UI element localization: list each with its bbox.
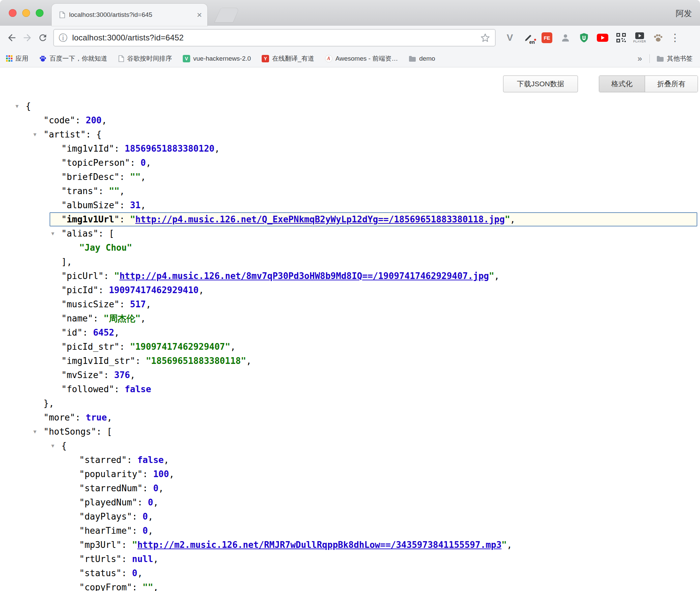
json-key: code [49, 115, 70, 125]
bookmark-baidu[interactable]: 百度一下，你就知道 [39, 54, 107, 63]
json-value: false [137, 455, 164, 465]
vue-icon: V [183, 55, 190, 62]
json-line: }, [0, 396, 700, 410]
json-value: "周杰伦" [104, 313, 140, 323]
profile-name[interactable]: 阿发 [676, 8, 692, 19]
json-value: 200 [86, 115, 101, 125]
tab-title: localhost:3000/artists?id=645 [69, 11, 194, 19]
json-line: "img1v1Url": "http://p4.music.126.net/Q_… [50, 212, 697, 226]
browser-menu-icon[interactable]: ⋮ [670, 33, 680, 43]
json-line: "code": 200, [0, 113, 700, 127]
json-key: picId_str [67, 342, 114, 352]
format-button[interactable]: 格式化 [599, 76, 645, 92]
json-line: "name": "周杰伦", [0, 311, 700, 325]
bookmarks-overflow-chevron[interactable]: » [638, 54, 642, 63]
tab-close-icon[interactable]: × [197, 10, 202, 19]
bookmark-folder-demo[interactable]: demo [409, 55, 435, 62]
json-key: trans [67, 186, 93, 196]
paw-extension-icon[interactable] [652, 29, 665, 46]
vimium-extension-icon[interactable]: V [503, 29, 516, 46]
json-key: name [67, 313, 88, 323]
json-line: "more": true, [0, 410, 700, 425]
json-value: 517 [130, 299, 146, 309]
collapse-toggle-icon[interactable]: ▼ [16, 99, 19, 113]
json-line: "picUrl": "http://p4.music.126.net/8mv7q… [0, 269, 700, 283]
shield-icon [579, 33, 589, 43]
json-value: 0 [143, 526, 148, 536]
translate-extension-icon[interactable]: en [522, 29, 535, 46]
json-value: 0 [148, 497, 153, 507]
json-key: img1v1Id [67, 144, 109, 154]
baidu-paw-icon [39, 55, 47, 62]
json-value: 6452 [93, 328, 114, 338]
player-extension-icon[interactable]: PLAYER [633, 29, 646, 46]
contacts-extension-icon[interactable] [559, 29, 572, 46]
close-window-button[interactable] [9, 9, 17, 17]
collapse-toggle-icon[interactable]: ▼ [33, 127, 36, 142]
extension-icons: V en FE PLAYER [498, 29, 680, 46]
json-value: 0 [141, 158, 146, 168]
json-key: picId [67, 285, 93, 295]
back-button[interactable] [4, 30, 20, 45]
json-line: "topicPerson": 0, [0, 156, 700, 170]
json-line: ▼{ [0, 439, 700, 453]
other-bookmarks-folder[interactable]: 其他书签 [657, 54, 693, 63]
json-value: 100 [153, 469, 169, 479]
json-value: null [132, 554, 153, 564]
json-line: ], [0, 255, 700, 269]
shield-extension-icon[interactable] [578, 29, 590, 46]
bookmark-vue-hackernews[interactable]: V vue-hackernews-2.0 [183, 55, 251, 62]
json-line: "hearTime": 0, [0, 524, 700, 538]
json-key: img1v1Url [67, 214, 114, 224]
json-key: starred [85, 455, 122, 465]
bookmark-google-sort[interactable]: 谷歌按时间排序 [118, 54, 172, 63]
fullscreen-window-button[interactable] [36, 9, 43, 17]
page-info-icon[interactable]: ⓘ [59, 33, 67, 42]
address-bar[interactable]: ⓘ localhost:3000/artists?id=6452 [53, 29, 496, 46]
download-json-button[interactable]: 下载JSON数据 [503, 75, 578, 92]
json-url-link[interactable]: http://p4.music.126.net/Q_ExePNkmqB2yWyL… [135, 214, 505, 224]
json-key: copyFrom [85, 582, 127, 591]
json-line: "trans": "", [0, 184, 700, 198]
json-line: "musicSize": 517, [0, 297, 700, 311]
youtube-extension-icon[interactable] [596, 29, 609, 46]
forward-button[interactable] [20, 30, 35, 45]
json-value: "" [143, 582, 153, 591]
json-line: "albumSize": 31, [0, 198, 700, 212]
collapse-toggle-icon[interactable]: ▼ [33, 425, 36, 439]
qrcode-icon [616, 33, 626, 43]
minimize-window-button[interactable] [22, 9, 30, 17]
json-key: starredNum [85, 483, 138, 493]
apps-grid-icon [6, 55, 12, 62]
fe-extension-icon[interactable]: FE [541, 29, 553, 46]
bookmark-awesomes[interactable]: A Awesomes - 前端资… [325, 54, 398, 63]
browser-tab[interactable]: localhost:3000/artists?id=645 × [52, 4, 207, 26]
collapse-toggle-icon[interactable]: ▼ [51, 226, 54, 241]
json-value: false [125, 384, 151, 394]
new-tab-button[interactable] [215, 8, 239, 22]
json-line: "playedNum": 0, [0, 495, 700, 509]
json-key: artist [49, 129, 81, 139]
collapse-all-button[interactable]: 折叠所有 [645, 76, 698, 92]
bookmarks-divider [649, 54, 650, 63]
page-content: 下载JSON数据 格式化 折叠所有 ▼{"code": 200,▼"artist… [0, 67, 700, 591]
json-url-link[interactable]: http://m2.music.126.net/RMJR7wDullRqppBk… [137, 540, 501, 550]
bookmark-apps[interactable]: 应用 [6, 54, 28, 63]
qrcode-extension-icon[interactable] [615, 29, 628, 46]
json-key: popularity [85, 469, 138, 479]
json-key: status [85, 568, 116, 578]
json-key: briefDesc [67, 172, 114, 182]
bookmark-youdao-translate[interactable]: Y 在线翻译_有道 [262, 54, 314, 63]
url-text[interactable]: localhost:3000/artists?id=6452 [72, 33, 184, 42]
collapse-toggle-icon[interactable]: ▼ [51, 439, 54, 453]
json-key: img1v1Id_str [67, 356, 130, 366]
view-mode-segmented-control: 格式化 折叠所有 [599, 75, 698, 92]
bookmark-star-icon[interactable] [480, 33, 490, 43]
json-key: alias [67, 228, 93, 239]
browser-window: localhost:3000/artists?id=645 × 阿发 ⓘ loc… [0, 0, 700, 591]
json-value: 376 [114, 370, 130, 380]
json-line: "rtUrls": null, [0, 552, 700, 566]
json-line: "mp3Url": "http://m2.music.126.net/RMJR7… [0, 538, 700, 552]
reload-button[interactable] [35, 30, 51, 45]
json-url-link[interactable]: http://p4.music.126.net/8mv7qP30Pd3oHW8b… [119, 271, 489, 281]
